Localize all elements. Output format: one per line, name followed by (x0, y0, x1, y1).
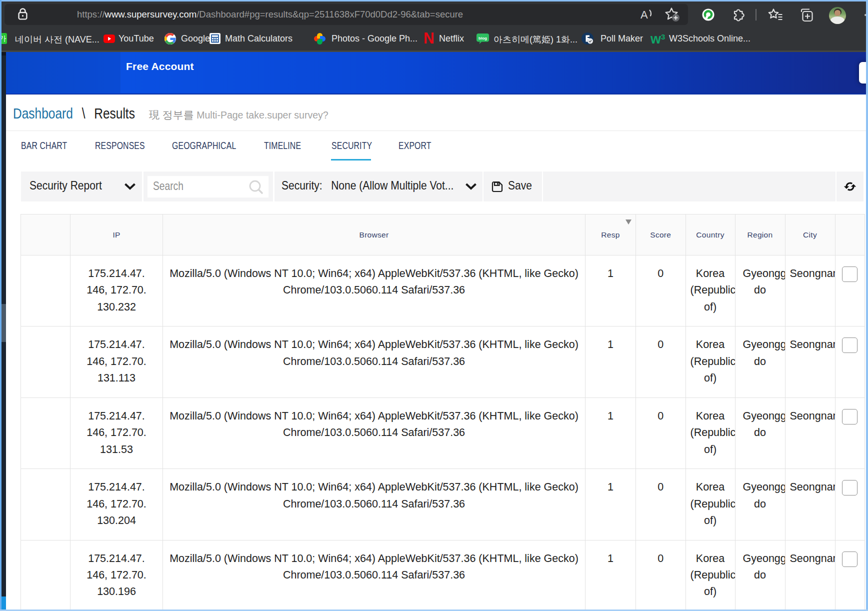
svg-text:blog: blog (478, 36, 487, 40)
svg-text:A: A (640, 8, 648, 21)
